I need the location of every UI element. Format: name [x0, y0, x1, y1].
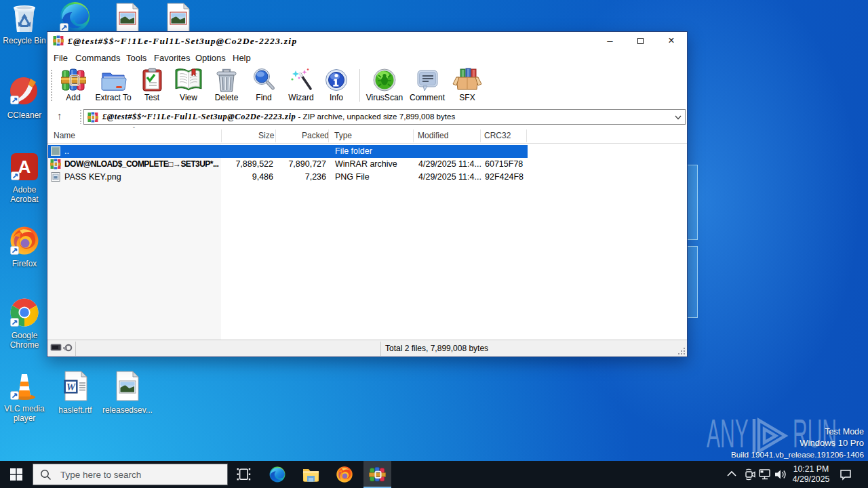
svg-text:W: W	[66, 382, 77, 392]
svg-text:A: A	[18, 157, 31, 177]
